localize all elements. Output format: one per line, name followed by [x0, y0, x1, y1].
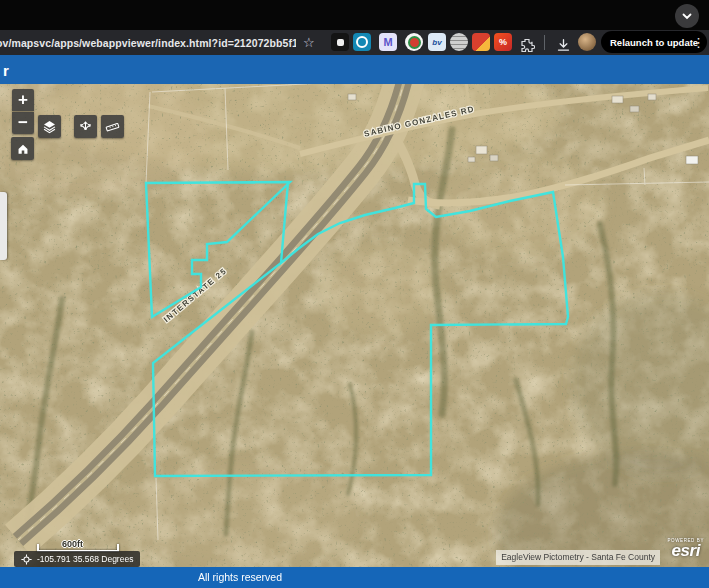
toolbar-separator: [544, 35, 545, 50]
url-bar[interactable]: ov/mapsvc/apps/webappviewer/index.html?i…: [0, 30, 296, 55]
extensions-puzzle-icon[interactable]: [518, 33, 536, 51]
extension-icon-6[interactable]: [450, 33, 468, 51]
app-title-fragment: r: [3, 62, 9, 79]
coordinate-widget: -105.791 35.568 Degrees: [14, 551, 140, 567]
zoom-in-button[interactable]: +: [12, 89, 34, 111]
share-button[interactable]: [74, 115, 97, 138]
home-button[interactable]: [11, 137, 34, 160]
esri-logo-text: esri: [667, 541, 704, 561]
browser-toolbar: ov/mapsvc/apps/webappviewer/index.html?i…: [0, 30, 709, 55]
esri-logo: POWERED BY esri: [667, 538, 704, 561]
browser-titlebar: [0, 0, 709, 30]
download-button[interactable]: [554, 33, 572, 51]
layers-button[interactable]: [38, 115, 61, 138]
measure-button[interactable]: [101, 115, 124, 138]
app-footer: All rights reserved: [0, 567, 709, 588]
footer-text: All rights reserved: [0, 571, 480, 583]
extension-icon-bv[interactable]: bv: [428, 33, 446, 51]
app-header: r: [0, 55, 709, 84]
extension-icon-1[interactable]: [331, 33, 349, 51]
home-icon: [16, 142, 30, 156]
extension-icon-4[interactable]: [405, 33, 423, 51]
extension-icon-2[interactable]: [353, 33, 371, 51]
chevron-down-icon: [681, 10, 693, 22]
extension-icon-m[interactable]: M: [379, 33, 397, 51]
profile-avatar[interactable]: [578, 33, 596, 51]
browser-menu-icon[interactable]: ⋮: [692, 30, 705, 55]
measurement-icon: [105, 119, 120, 134]
zoom-out-button[interactable]: −: [12, 112, 34, 134]
aerial-imagery: INTERSTATE 25 SABINO GONZALES RD: [0, 84, 709, 567]
map-attribution: EagleView Pictometry - Santa Fe County: [496, 550, 660, 565]
browser-window: ov/mapsvc/apps/webappviewer/index.html?i…: [0, 0, 709, 588]
extension-icon-percent[interactable]: %: [494, 33, 512, 51]
sidebar-panel-handle[interactable]: [0, 192, 7, 260]
share-arrows-icon: [78, 119, 93, 134]
window-chevron-button[interactable]: [675, 4, 699, 28]
map-canvas[interactable]: INTERSTATE 25 SABINO GONZALES RD + −: [0, 84, 709, 567]
crosshair-icon[interactable]: [21, 554, 32, 565]
scale-label: 600ft: [62, 539, 83, 549]
coordinate-readout: -105.791 35.568 Degrees: [37, 554, 133, 564]
extension-icon-7[interactable]: [472, 33, 490, 51]
layers-icon: [42, 119, 57, 134]
bookmark-star-icon[interactable]: ☆: [303, 30, 315, 55]
